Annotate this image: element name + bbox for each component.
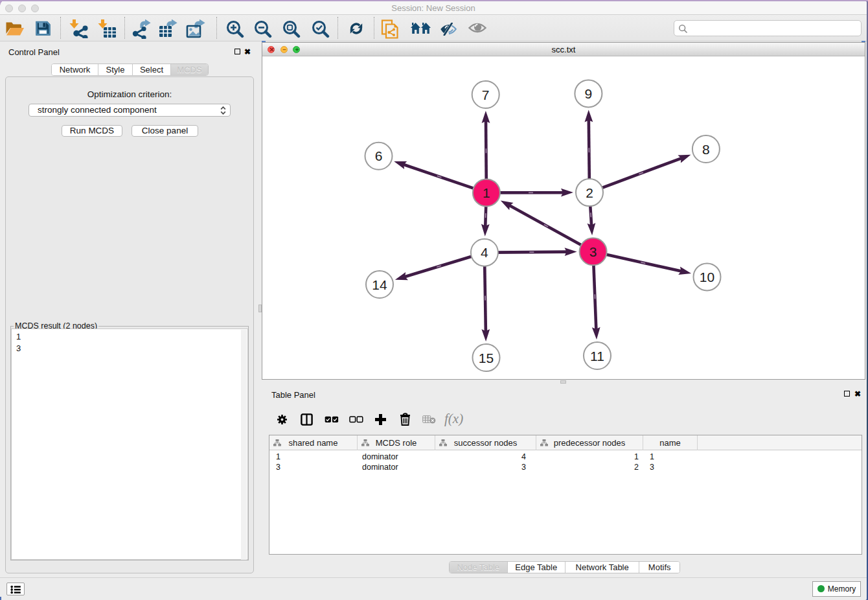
svg-text:3: 3 (589, 244, 597, 259)
svg-text:15: 15 (479, 351, 494, 365)
svg-text:7: 7 (482, 87, 490, 102)
svg-text:10: 10 (700, 270, 714, 284)
svg-text:6: 6 (375, 148, 383, 163)
svg-text:1: 1 (483, 185, 490, 200)
svg-text:14: 14 (372, 277, 387, 292)
svg-text:2: 2 (586, 185, 593, 200)
svg-text:4: 4 (481, 245, 488, 260)
svg-text:8: 8 (702, 142, 710, 157)
svg-text:9: 9 (585, 86, 593, 101)
svg-text:11: 11 (590, 349, 604, 363)
